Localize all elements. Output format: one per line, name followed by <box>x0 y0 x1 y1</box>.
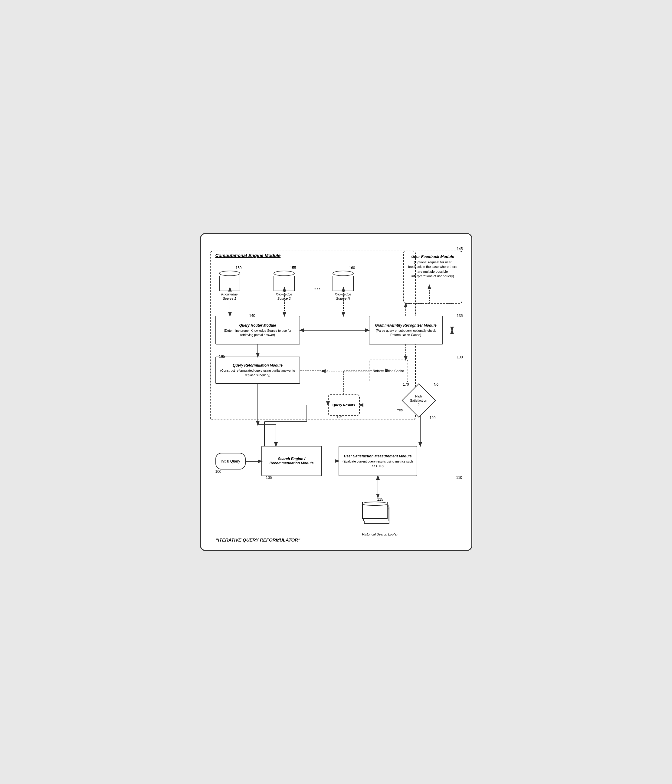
user-feedback-box: User Feedback Module (Optional request f… <box>404 250 462 303</box>
comp-engine-label: Computational Engine Module <box>216 253 281 258</box>
ref-160: 160 <box>349 266 355 270</box>
ref-155: 155 <box>290 266 296 270</box>
ref-135: 135 <box>456 314 462 318</box>
ref-140: 140 <box>249 314 255 318</box>
cyl-label-n: KnowledgeSource N <box>335 292 351 301</box>
ref-105: 105 <box>266 476 272 480</box>
hist-logs-label: Historical Search Log(s) <box>362 532 397 537</box>
search-engine-box: Search Engine / Recommendation Module <box>261 446 322 476</box>
grammar-entity-desc: (Parse query or subquery, optionally che… <box>372 328 440 337</box>
ref-150: 150 <box>235 266 241 270</box>
ref-165: 165 <box>219 355 225 359</box>
user-satisfaction-box: User Satisfaction Measurement Module (Ev… <box>338 446 417 476</box>
knowledge-source-2: 155 KnowledgeSource 2 <box>273 266 295 301</box>
grammar-entity-box: Grammar/Entity Recognizer Module (Parse … <box>369 316 443 344</box>
cyl-top-n <box>332 271 354 276</box>
ref-115: 115 <box>377 497 413 502</box>
user-feedback-title: User Feedback Module <box>407 254 459 259</box>
bottom-label: "ITERATIVE QUERY REFORMULATOR" <box>216 537 300 543</box>
query-router-desc: (Determine proper Knowledge Source to us… <box>219 328 297 337</box>
diamond-label: HighSatisfaction? <box>407 388 431 412</box>
query-results-label: Query Results <box>332 403 355 407</box>
user-satisfaction-title: User Satisfaction Measurement Module <box>344 454 411 458</box>
cyl-label-2: KnowledgeSource 2 <box>276 292 292 301</box>
yes-label: Yes <box>397 408 403 412</box>
no-label: No <box>434 382 438 387</box>
knowledge-source-n: 160 KnowledgeSource N <box>332 266 354 301</box>
search-engine-title: Search Engine / Recommendation Module <box>264 457 319 465</box>
reformulation-cache-box: Reformulation Cache <box>369 359 408 382</box>
cyl-body-1 <box>219 276 240 291</box>
reformulation-cache-label: Reformulation Cache <box>373 369 404 373</box>
initial-query-label: Initial Query <box>220 459 240 464</box>
initial-query-box: Initial Query <box>216 453 246 470</box>
historical-logs: 115 Historical Search Log(s) <box>362 497 397 537</box>
query-router-title: Query Router Module <box>239 323 276 328</box>
ref-110: 110 <box>456 476 462 480</box>
ref-125: 125 <box>337 415 343 419</box>
cyl-top-2 <box>273 271 295 276</box>
ref-145: 145 <box>456 247 462 251</box>
query-reformulation-title: Query Reformulation Module <box>233 363 282 367</box>
grammar-entity-title: Grammar/Entity Recognizer Module <box>375 323 436 328</box>
cyl-body-2 <box>273 276 295 291</box>
query-router-box: Query Router Module (Determine proper Kn… <box>216 316 300 344</box>
user-satisfaction-desc: (Evaluate current query results using me… <box>341 459 414 468</box>
ellipsis-dots: ... <box>314 284 321 291</box>
ref-130: 130 <box>456 355 462 359</box>
ref-170: 170 <box>403 382 409 387</box>
high-satisfaction-diamond: HighSatisfaction? <box>407 388 434 415</box>
query-results-box: Query Results <box>328 394 360 415</box>
user-feedback-desc: (Optional request for user feedback in t… <box>407 260 459 279</box>
cyl-label-1: KnowledgeSource 1 <box>221 292 237 301</box>
cyl-body-n <box>332 276 354 291</box>
knowledge-source-1: 150 KnowledgeSource 1 <box>219 266 240 301</box>
diagram-page: Computational Engine Module User Feedbac… <box>200 233 472 551</box>
query-reformulation-box: Query Reformulation Module (Construct re… <box>216 356 300 384</box>
query-reformulation-desc: (Construct reformulated query using part… <box>219 369 297 377</box>
ref-120: 120 <box>430 415 436 420</box>
ref-100: 100 <box>216 470 222 474</box>
cyl-top-1 <box>219 271 240 276</box>
